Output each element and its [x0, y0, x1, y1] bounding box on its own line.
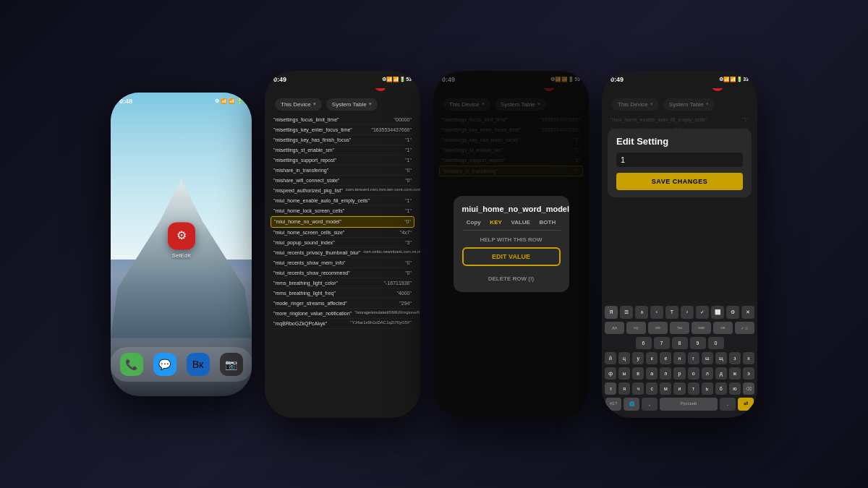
kb-key-r[interactable]: р: [673, 367, 685, 380]
kb-key-period[interactable]: .: [720, 398, 736, 411]
kb-key-backspace[interactable]: ⌫: [743, 382, 754, 395]
list-item-highlighted[interactable]: "miui_home_no_word_model" "0": [271, 216, 414, 227]
kb-key-zh[interactable]: ж: [729, 367, 741, 380]
kb-key-ok[interactable]: ок: [713, 322, 733, 334]
list-item[interactable]: "miui_popup_sound_index" "3": [271, 238, 414, 248]
kb-key-ts[interactable]: ц: [618, 352, 630, 364]
kb-key-u[interactable]: у: [632, 352, 644, 364]
list-item[interactable]: "misettings_st_enable_sm" "1": [271, 145, 414, 155]
kb-key-emoji[interactable]: ✓☺: [735, 322, 754, 334]
kb-key-z[interactable]: з: [729, 352, 741, 364]
kb-key-soft[interactable]: ь: [702, 382, 713, 395]
kb-key-yu[interactable]: ю: [729, 382, 741, 395]
kb-key-o[interactable]: о: [688, 367, 699, 380]
list-item[interactable]: "misettings_key_enter_focus_time" "16355…: [271, 125, 414, 135]
kb-key-b[interactable]: б: [715, 382, 727, 395]
kb-key-9[interactable]: 9: [690, 337, 706, 349]
list-item[interactable]: "mqBRboGZkQPcAkyk" "YJ4ar1x6h1cDAC1q2i70…: [271, 319, 414, 329]
kb-key-comma[interactable]: ,: [642, 398, 658, 411]
list-item[interactable]: "miui_home_screen_cells_size" "4x7": [271, 228, 414, 238]
dock-messages[interactable]: 💬: [153, 353, 176, 376]
kb-key-da[interactable]: да: [605, 322, 624, 334]
kb-key-text[interactable]: T: [665, 306, 678, 319]
kb-key-yi[interactable]: ы: [618, 367, 630, 380]
kb-key-ya[interactable]: Я: [605, 306, 618, 319]
kb-key-y[interactable]: й: [605, 352, 616, 364]
kb-key-settings[interactable]: ⚙: [726, 306, 739, 319]
kb-key-v[interactable]: в: [632, 367, 644, 380]
device-dropdown-2[interactable]: This Device ▾: [275, 98, 322, 111]
kb-key-sh[interactable]: ш: [702, 352, 713, 364]
kb-key-sch[interactable]: щ: [715, 352, 727, 364]
kb-key-ch[interactable]: ч: [632, 382, 644, 395]
kb-key-globe[interactable]: 🌐: [624, 398, 639, 411]
kb-key-t[interactable]: т: [688, 382, 699, 395]
kb-key-check[interactable]: ✓: [696, 306, 709, 319]
edit-setting-input[interactable]: [616, 153, 743, 167]
kb-key-ya2[interactable]: я: [618, 382, 630, 395]
kb-key-x[interactable]: ✕: [741, 306, 754, 319]
kb-key-f[interactable]: ф: [605, 367, 616, 380]
delete-row-button[interactable]: DELETE ROW (!): [488, 275, 535, 282]
list-item[interactable]: "miui_recents_show_recommend" "0": [271, 268, 414, 278]
kb-key-p[interactable]: п: [660, 367, 671, 380]
kb-key-s[interactable]: с: [646, 382, 658, 395]
kb-key-nu[interactable]: ну: [626, 322, 646, 334]
kb-key-7[interactable]: 7: [654, 337, 670, 349]
popup-tab-key[interactable]: KEY: [490, 219, 501, 226]
table-dropdown-2[interactable]: System Table ▾: [326, 98, 378, 111]
kb-key-space[interactable]: Русский: [660, 398, 718, 411]
popup-tab-value[interactable]: VALUE: [511, 219, 530, 226]
kb-key-n[interactable]: н: [673, 352, 685, 364]
list-item[interactable]: "mispeed_authorized_pkg_list" com.tencen…: [271, 186, 414, 196]
kb-key-d[interactable]: д: [715, 367, 727, 380]
kb-key-right[interactable]: ›: [681, 306, 694, 319]
kb-key-copy[interactable]: ⬜: [711, 306, 724, 319]
setedit-app-icon[interactable]: ⚙: [168, 222, 195, 249]
kb-key-8[interactable]: 8: [672, 337, 688, 349]
setedit-app-container[interactable]: ⚙ SetEdit: [168, 222, 195, 259]
kb-key-enter[interactable]: ⏎: [738, 398, 754, 411]
kb-key-l[interactable]: л: [702, 367, 713, 380]
list-item[interactable]: "more_ringtone_value_notification" "/sto…: [271, 309, 414, 319]
kb-key-g[interactable]: г: [688, 352, 699, 364]
dock-phone[interactable]: 📞: [120, 353, 143, 376]
kb-key-num[interactable]: #1?: [605, 398, 621, 411]
kb-key-k[interactable]: к: [646, 352, 658, 364]
kb-key-ty[interactable]: ты: [670, 322, 689, 334]
list-item[interactable]: "miui_recents_privacy_thumbnail_blur" co…: [271, 248, 414, 258]
kb-key-ne[interactable]: не: [648, 322, 668, 334]
list-item[interactable]: "mms_breathing_light_color" "-16711936": [271, 278, 414, 288]
phones-container: 0:48 ⚙ 📶 📶 🔋 ⚙ SetEdit 📞 💬 Вк 📷: [96, 56, 772, 432]
kb-key-m[interactable]: м: [660, 382, 671, 395]
kb-key-shift[interactable]: ⬆: [605, 382, 616, 395]
kb-key-h[interactable]: х: [743, 352, 754, 364]
popup-overlay[interactable]: miui_home_no_word_model Copy KEY VALUE B…: [433, 71, 589, 418]
edit-value-button[interactable]: EDIT VALUE: [462, 247, 561, 266]
kb-key-e[interactable]: е: [660, 352, 671, 364]
kb-key-left[interactable]: ‹: [650, 306, 663, 319]
popup-tab-copy[interactable]: Copy: [467, 219, 481, 226]
kb-key-menu[interactable]: ☰: [620, 306, 633, 319]
kb-key-kak[interactable]: как: [692, 322, 711, 334]
list-item[interactable]: "misettings_support_repost" "1": [271, 155, 414, 166]
kb-key-up[interactable]: ∧: [635, 306, 648, 319]
list-item[interactable]: "misettings_focus_limit_time" "00000": [271, 115, 414, 125]
kb-key-6[interactable]: 6: [636, 337, 652, 349]
kb-key-0[interactable]: 0: [708, 337, 724, 349]
list-item[interactable]: "miui_home_lock_screen_cells" "1": [271, 206, 414, 216]
kb-key-a[interactable]: а: [646, 367, 658, 380]
list-item[interactable]: "mishare_in_transfering" "0": [271, 166, 414, 176]
list-item[interactable]: "mode_ringer_streams_affected" "294": [271, 299, 414, 309]
save-changes-button[interactable]: SAVE CHANGES: [616, 173, 743, 190]
popup-tab-both[interactable]: BOTH: [540, 219, 556, 226]
list-item[interactable]: "mishare_wifi_connect_state" "0": [271, 176, 414, 186]
kb-key-i[interactable]: и: [673, 382, 685, 395]
list-item[interactable]: "miui_home_enable_auto_fill_empty_cells"…: [271, 196, 414, 206]
list-item[interactable]: "mms_breathing_light_freq" "4000": [271, 288, 414, 299]
list-item[interactable]: "miui_recents_show_mem_info" "0": [271, 258, 414, 268]
list-item[interactable]: "misettings_key_has_finish_focus" "1": [271, 135, 414, 145]
dock-vk[interactable]: Вк: [187, 353, 210, 376]
kb-key-ey[interactable]: э: [743, 367, 754, 380]
dock-camera[interactable]: 📷: [220, 353, 243, 376]
